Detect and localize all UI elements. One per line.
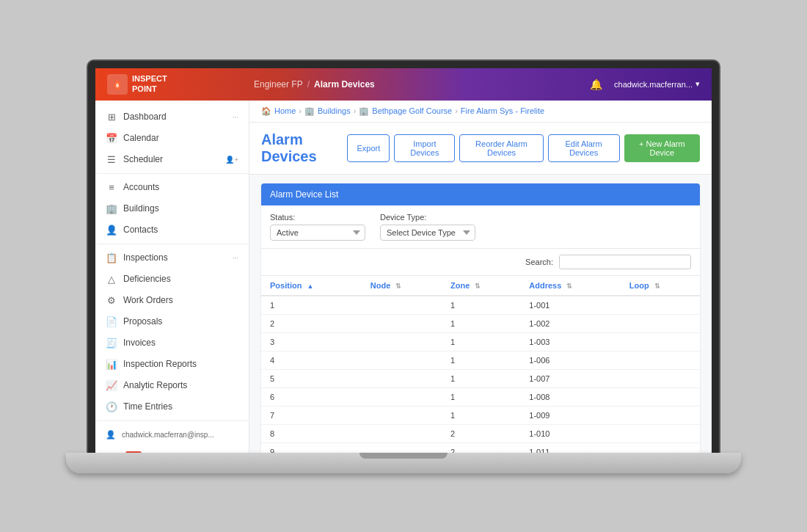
table-row[interactable]: 111-001 bbox=[261, 296, 700, 315]
device-type-filter-group: Device Type: Select Device Type bbox=[380, 213, 475, 241]
page-breadcrumb: 🏠 Home › 🏢 Buildings › 🏢 Bethpage Golf C… bbox=[249, 101, 712, 123]
sidebar-item-time-entries[interactable]: 🕐 Time Entries bbox=[95, 396, 249, 418]
bethpage-bc-icon: 🏢 bbox=[359, 106, 369, 116]
nav-engineer: Engineer FP bbox=[254, 79, 303, 90]
cell-zone: 2 bbox=[442, 424, 520, 442]
sidebar-item-deficiencies[interactable]: △ Deficiencies bbox=[95, 269, 249, 290]
cell-zone: 1 bbox=[442, 332, 520, 351]
sidebar-label-buildings: Buildings bbox=[123, 203, 238, 214]
cell-loop bbox=[621, 406, 700, 424]
new-alarm-device-button[interactable]: + New Alarm Device bbox=[624, 134, 700, 162]
table-row[interactable]: 211-002 bbox=[261, 314, 700, 332]
sidebar-user-avatar-icon: 👤 bbox=[106, 430, 116, 440]
work-orders-icon: ⚙ bbox=[106, 295, 117, 306]
bell-icon[interactable]: 🔔 bbox=[590, 79, 602, 90]
logo-text: INSPECT POINT bbox=[132, 74, 167, 93]
nav-current-page: Alarm Devices bbox=[314, 79, 375, 90]
sidebar-label-contacts: Contacts bbox=[123, 225, 238, 235]
export-button[interactable]: Export bbox=[347, 134, 390, 162]
breadcrumb-home[interactable]: Home bbox=[274, 106, 296, 115]
reorder-alarm-devices-button[interactable]: Reorder Alarm Devices bbox=[459, 134, 543, 162]
sidebar: ⊞ Dashboard ··· 📅 Calendar ☰ Scheduler 👤… bbox=[95, 101, 249, 464]
breadcrumb-buildings[interactable]: Buildings bbox=[318, 106, 351, 115]
col-header-loop[interactable]: Loop ⇅ bbox=[621, 276, 700, 296]
user-dropdown-icon: ▾ bbox=[695, 79, 700, 89]
table-row[interactable]: 711-009 bbox=[261, 406, 700, 424]
cell-node bbox=[362, 296, 442, 315]
deficiencies-icon: △ bbox=[106, 274, 117, 285]
cell-address: 1-008 bbox=[520, 387, 620, 406]
cell-position: 7 bbox=[261, 406, 362, 424]
cell-node bbox=[362, 314, 442, 332]
logo-icon bbox=[107, 74, 128, 95]
cell-loop bbox=[621, 424, 700, 442]
cell-loop bbox=[621, 351, 700, 369]
user-menu[interactable]: chadwick.macferran... ▾ bbox=[614, 79, 700, 89]
device-type-filter-select[interactable]: Select Device Type bbox=[380, 225, 475, 241]
cell-zone: 1 bbox=[442, 387, 520, 406]
col-header-address[interactable]: Address ⇅ bbox=[520, 276, 620, 296]
laptop-base bbox=[66, 453, 741, 473]
status-filter-select[interactable]: Active Inactive bbox=[270, 225, 365, 241]
sidebar-item-work-orders[interactable]: ⚙ Work Orders bbox=[95, 290, 249, 311]
table-body: 111-001211-002311-003411-006511-007611-0… bbox=[261, 296, 700, 464]
table-row[interactable]: 611-008 bbox=[261, 387, 700, 406]
scheduler-icon: ☰ bbox=[106, 154, 117, 165]
sidebar-item-accounts[interactable]: ≡ Accounts bbox=[95, 177, 249, 198]
status-filter-group: Status: Active Inactive bbox=[270, 213, 365, 241]
cell-position: 2 bbox=[261, 314, 362, 332]
node-sort-icon: ⇅ bbox=[395, 283, 401, 290]
breadcrumb-bethpage[interactable]: Bethpage Golf Course bbox=[372, 106, 452, 115]
buildings-icon: 🏢 bbox=[106, 203, 117, 214]
sidebar-item-buildings[interactable]: 🏢 Buildings bbox=[95, 198, 249, 219]
sidebar-label-accounts: Accounts bbox=[123, 182, 238, 192]
address-sort-icon: ⇅ bbox=[566, 283, 572, 290]
table-row[interactable]: 511-007 bbox=[261, 369, 700, 387]
inspection-reports-icon: 📊 bbox=[106, 359, 117, 370]
import-devices-button[interactable]: Import Devices bbox=[394, 134, 455, 162]
invoices-icon: 🧾 bbox=[106, 338, 117, 349]
table-row[interactable]: 411-006 bbox=[261, 351, 700, 369]
cell-address: 1-001 bbox=[520, 296, 620, 315]
cell-zone: 1 bbox=[442, 314, 520, 332]
col-header-position[interactable]: Position ▲ bbox=[261, 276, 362, 296]
col-header-node[interactable]: Node ⇅ bbox=[362, 276, 442, 296]
cell-node bbox=[362, 406, 442, 424]
sidebar-item-invoices[interactable]: 🧾 Invoices bbox=[95, 332, 249, 354]
sidebar-item-analytic-reports[interactable]: 📈 Analytic Reports bbox=[95, 375, 249, 396]
sidebar-user-row: 👤 chadwick.macferran@insp... bbox=[95, 424, 249, 445]
edit-alarm-devices-button[interactable]: Edit Alarm Devices bbox=[548, 134, 620, 162]
cell-position: 4 bbox=[261, 351, 362, 369]
sidebar-item-inspections[interactable]: 📋 Inspections ··· bbox=[95, 247, 249, 269]
main-content: 🏠 Home › 🏢 Buildings › 🏢 Bethpage Golf C… bbox=[249, 101, 712, 464]
table-row[interactable]: 821-010 bbox=[261, 424, 700, 442]
cell-zone: 1 bbox=[442, 351, 520, 369]
table-header-bar: Alarm Device List bbox=[261, 183, 700, 205]
cell-loop bbox=[621, 387, 700, 406]
buildings-bc-icon: 🏢 bbox=[304, 106, 315, 116]
page-title: Alarm Devices bbox=[261, 131, 347, 165]
cell-zone: 1 bbox=[442, 296, 520, 315]
cell-address: 1-002 bbox=[520, 314, 620, 332]
table-row[interactable]: 311-003 bbox=[261, 332, 700, 351]
cell-position: 3 bbox=[261, 332, 362, 351]
sidebar-item-dashboard[interactable]: ⊞ Dashboard ··· bbox=[95, 106, 249, 128]
breadcrumb-fire-alarm[interactable]: Fire Alarm Sys - Firelite bbox=[461, 106, 544, 115]
cell-position: 6 bbox=[261, 387, 362, 406]
col-header-zone[interactable]: Zone ⇅ bbox=[442, 276, 520, 296]
sidebar-item-inspection-reports[interactable]: 📊 Inspection Reports bbox=[95, 354, 249, 375]
loop-sort-icon: ⇅ bbox=[654, 283, 660, 290]
sidebar-divider-3 bbox=[95, 420, 249, 421]
sidebar-divider-2 bbox=[95, 244, 249, 244]
sidebar-item-contacts[interactable]: 👤 Contacts bbox=[95, 219, 249, 241]
nav-breadcrumb: Engineer FP / Alarm Devices bbox=[254, 79, 590, 90]
sidebar-item-proposals[interactable]: 📄 Proposals bbox=[95, 311, 249, 332]
position-sort-icon: ▲ bbox=[307, 283, 313, 290]
analytic-reports-icon: 📈 bbox=[106, 380, 117, 391]
cell-node bbox=[362, 332, 442, 351]
sidebar-item-scheduler[interactable]: ☰ Scheduler 👤+ bbox=[95, 149, 249, 170]
sidebar-label-calendar: Calendar bbox=[123, 133, 238, 143]
sidebar-item-calendar[interactable]: 📅 Calendar bbox=[95, 128, 249, 149]
status-filter-label: Status: bbox=[270, 213, 365, 222]
search-input[interactable] bbox=[559, 255, 691, 269]
